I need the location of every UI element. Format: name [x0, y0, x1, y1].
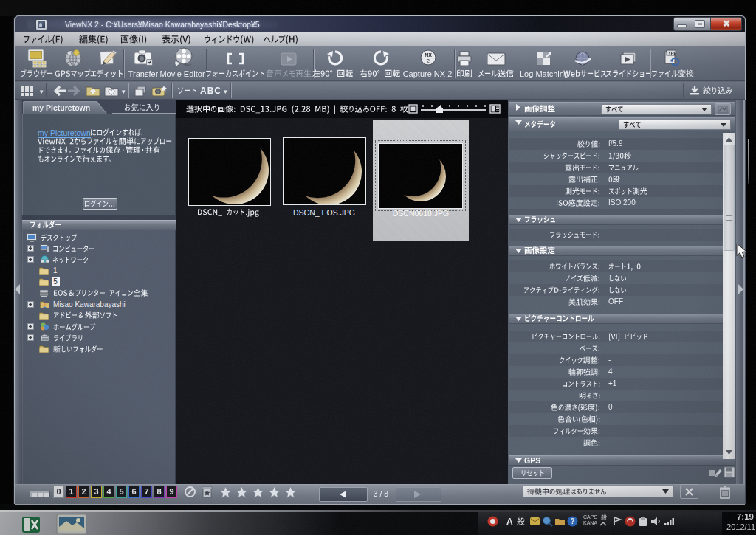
svg-text:?: ?: [570, 517, 574, 525]
svg-text:TYPE: TYPE: [666, 51, 677, 55]
svg-text:2: 2: [427, 58, 430, 63]
svg-text:NX: NX: [425, 52, 432, 58]
